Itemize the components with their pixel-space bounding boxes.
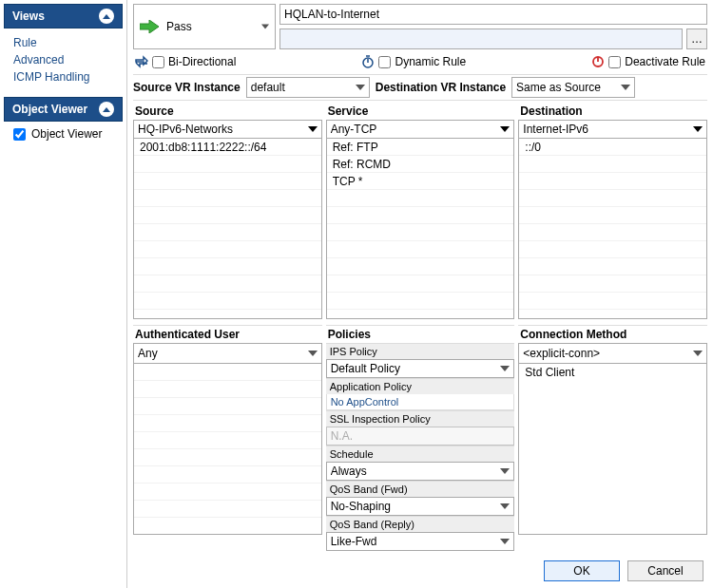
bidirectional-icon <box>135 55 148 68</box>
app-policy-label: Application Policy <box>326 378 515 394</box>
bidirectional-label: Bi-Directional <box>168 55 236 68</box>
list-item[interactable]: 2001:db8:1111:2222::/64 <box>134 139 321 156</box>
list-item[interactable]: TCP * <box>327 173 514 190</box>
list-item[interactable]: ::/0 <box>519 139 706 156</box>
qos-reply-label: QoS Band (Reply) <box>326 516 515 532</box>
rule-name-input[interactable] <box>279 4 707 25</box>
description-more-button[interactable]: … <box>686 28 707 49</box>
dynamic-label: Dynamic Rule <box>395 55 466 68</box>
list-item[interactable]: Ref: RCMD <box>327 156 514 173</box>
list-item[interactable]: Std Client <box>519 364 706 381</box>
dynamic-checkbox[interactable] <box>378 56 391 68</box>
objectviewer-checkbox[interactable] <box>13 128 26 141</box>
service-header: Service <box>326 103 515 120</box>
schedule-select[interactable]: Always <box>326 462 515 481</box>
views-body: Rule Advanced ICMP Handling <box>0 28 126 97</box>
main: Pass … Bi-Directional Dynamic Rule <box>127 0 713 588</box>
deactivate-option[interactable]: Deactivate Rule <box>591 55 705 68</box>
dynamic-option[interactable]: Dynamic Rule <box>361 55 466 68</box>
qos-fwd-label: QoS Band (Fwd) <box>326 481 515 497</box>
sidebar-item-advanced[interactable]: Advanced <box>13 51 117 68</box>
power-icon <box>591 55 605 68</box>
auth-header: Authenticated User <box>133 325 322 343</box>
policies-header: Policies <box>326 325 515 343</box>
chevron-up-icon <box>99 102 114 117</box>
connection-listbox[interactable]: Std Client <box>518 364 707 535</box>
qos-reply-select[interactable]: Like-Fwd <box>326 532 515 551</box>
source-select[interactable]: HQ-IPv6-Networks <box>133 120 322 139</box>
pass-arrow-icon <box>140 20 159 33</box>
source-vr-select[interactable]: default <box>246 77 370 98</box>
source-header: Source <box>133 103 322 120</box>
ok-button[interactable]: OK <box>544 560 620 581</box>
action-label: Pass <box>166 20 192 33</box>
objectviewer-header[interactable]: Object Viewer <box>4 97 123 122</box>
views-title: Views <box>12 9 45 23</box>
sidebar: Views Rule Advanced ICMP Handling Object… <box>0 0 127 588</box>
ssl-policy-label: SSL Inspection Policy <box>326 410 515 427</box>
deactivate-checkbox[interactable] <box>608 56 621 68</box>
auth-listbox[interactable] <box>133 364 322 535</box>
connection-select[interactable]: <explicit-conn> <box>518 343 707 364</box>
views-header[interactable]: Views <box>4 4 123 28</box>
objectviewer-title: Object Viewer <box>12 103 87 116</box>
action-select[interactable]: Pass <box>133 4 276 49</box>
dest-vr-label: Destination VR Instance <box>376 81 506 94</box>
destination-header: Destination <box>518 103 707 120</box>
bidirectional-option[interactable]: Bi-Directional <box>135 55 236 68</box>
objectviewer-checkbox-label: Object Viewer <box>31 127 102 141</box>
ips-policy-label: IPS Policy <box>326 343 515 359</box>
auth-select[interactable]: Any <box>133 343 322 364</box>
rule-description-input[interactable] <box>279 28 683 49</box>
cancel-button[interactable]: Cancel <box>627 560 703 581</box>
schedule-label: Schedule <box>326 446 515 462</box>
deactivate-label: Deactivate Rule <box>625 55 705 68</box>
ssl-policy-select: N.A. <box>326 427 515 446</box>
service-listbox[interactable]: Ref: FTP Ref: RCMD TCP * <box>326 139 515 319</box>
source-vr-label: Source VR Instance <box>133 81 241 94</box>
sidebar-item-icmp[interactable]: ICMP Handling <box>13 68 117 85</box>
source-listbox[interactable]: 2001:db8:1111:2222::/64 <box>133 139 322 319</box>
stopwatch-icon <box>361 55 375 68</box>
connection-header: Connection Method <box>518 325 707 343</box>
ips-policy-select[interactable]: Default Policy <box>326 359 515 378</box>
destination-select[interactable]: Internet-IPv6 <box>518 120 707 139</box>
qos-fwd-select[interactable]: No-Shaping <box>326 497 515 516</box>
dest-vr-select[interactable]: Same as Source <box>511 77 635 98</box>
objectviewer-checkbox-row[interactable]: Object Viewer <box>13 127 117 141</box>
sidebar-item-rule[interactable]: Rule <box>13 34 117 51</box>
service-select[interactable]: Any-TCP <box>326 120 515 139</box>
list-item[interactable]: Ref: FTP <box>327 139 514 156</box>
objectviewer-body: Object Viewer <box>0 122 126 152</box>
destination-listbox[interactable]: ::/0 <box>518 139 707 319</box>
bidirectional-checkbox[interactable] <box>152 56 164 68</box>
app-policy-link[interactable]: No AppControl <box>326 394 515 410</box>
chevron-up-icon <box>99 9 114 24</box>
